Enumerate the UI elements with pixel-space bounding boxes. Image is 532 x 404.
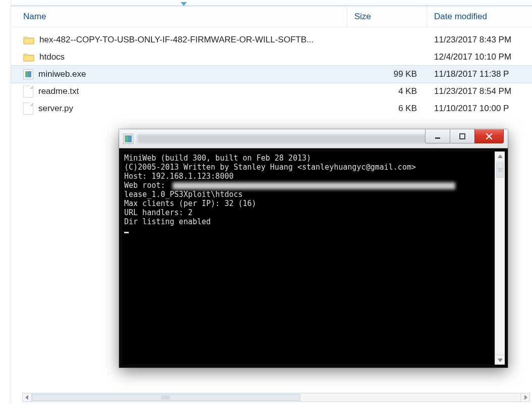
table-row[interactable]: miniweb.exe99 KB11/18/2017 11:38 P xyxy=(11,66,532,83)
window-buttons xyxy=(425,129,504,143)
column-header-name[interactable]: Name xyxy=(11,7,347,27)
minimize-button[interactable] xyxy=(425,129,450,143)
redacted-path xyxy=(173,182,455,189)
explorer-left-pane-edge xyxy=(0,0,11,404)
file-name: readme.txt xyxy=(38,86,79,96)
scroll-down-button[interactable] xyxy=(495,355,505,365)
console-window: MiniWeb (build 300, built on Feb 28 2013… xyxy=(119,129,508,368)
table-row[interactable]: hex-482--COPY-TO-USB-ONLY-IF-482-FIRMWAR… xyxy=(11,31,532,48)
file-icon xyxy=(23,85,33,97)
vertical-scrollbar[interactable] xyxy=(495,152,505,365)
column-header-date[interactable]: Date modified xyxy=(427,7,532,27)
file-size: 6 KB xyxy=(347,104,427,114)
maximize-button[interactable] xyxy=(450,129,475,143)
console-body: MiniWeb (build 300, built on Feb 28 2013… xyxy=(122,152,505,365)
console-output: MiniWeb (build 300, built on Feb 28 2013… xyxy=(122,152,495,365)
column-header-size[interactable]: Size xyxy=(347,7,427,27)
scroll-up-button[interactable] xyxy=(495,152,505,162)
scroll-track-vertical[interactable] xyxy=(495,162,505,355)
file-icon xyxy=(23,103,33,115)
window-title-blurred xyxy=(137,134,437,143)
folder-icon xyxy=(23,53,34,62)
svg-rect-1 xyxy=(460,134,465,139)
file-date: 11/18/2017 11:38 P xyxy=(427,69,532,79)
scroll-track[interactable] xyxy=(32,393,520,401)
table-row[interactable]: readme.txt4 KB11/23/2017 8:54 PM xyxy=(11,83,532,100)
scroll-thumb-vertical[interactable] xyxy=(496,163,504,178)
file-date: 12/4/2017 10:10 PM xyxy=(427,52,532,62)
explorer-toolbar-edge xyxy=(11,3,532,6)
file-name: server.py xyxy=(38,104,73,114)
exe-icon xyxy=(23,69,33,79)
window-titlebar[interactable] xyxy=(119,129,508,148)
close-button[interactable] xyxy=(474,129,504,143)
cursor xyxy=(124,232,129,233)
column-headers: Name Size Date modified xyxy=(11,6,532,27)
scroll-left-button[interactable] xyxy=(23,393,32,401)
folder-icon xyxy=(23,35,34,44)
file-list: hex-482--COPY-TO-USB-ONLY-IF-482-FIRMWAR… xyxy=(11,27,532,117)
app-icon xyxy=(123,134,133,144)
scroll-right-button[interactable] xyxy=(520,393,529,401)
scroll-thumb[interactable] xyxy=(32,394,300,401)
table-row[interactable]: htdocs12/4/2017 10:10 PM xyxy=(11,48,532,66)
file-name: hex-482--COPY-TO-USB-ONLY-IF-482-FIRMWAR… xyxy=(39,35,313,45)
file-size: 99 KB xyxy=(347,69,427,79)
file-date: 11/23/2017 8:43 PM xyxy=(427,35,532,45)
file-date: 11/10/2017 10:00 P xyxy=(427,104,532,114)
horizontal-scrollbar[interactable] xyxy=(22,393,530,402)
svg-rect-0 xyxy=(435,137,440,139)
file-name: miniweb.exe xyxy=(38,69,86,79)
sort-caret-icon xyxy=(181,2,187,6)
table-row[interactable]: server.py6 KB11/10/2017 10:00 P xyxy=(11,100,532,117)
file-name: htdocs xyxy=(39,52,65,62)
file-date: 11/23/2017 8:54 PM xyxy=(427,86,532,96)
file-size: 4 KB xyxy=(347,86,427,96)
